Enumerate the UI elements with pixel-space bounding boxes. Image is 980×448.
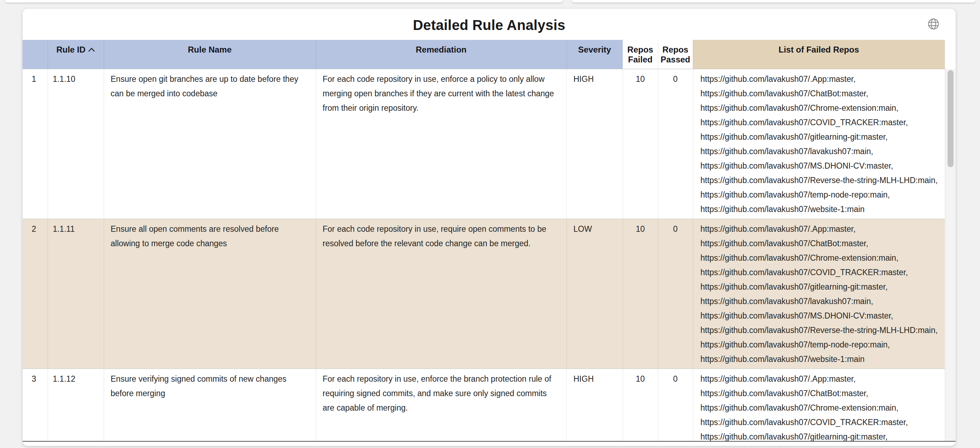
column-header-repos-failed[interactable]: Repos Failed [623, 40, 658, 69]
cell-rule-id: 1.1.11 [48, 219, 104, 369]
globe-icon[interactable] [927, 17, 940, 31]
cell-remediation: For each code repository in use, enforce… [316, 69, 566, 219]
cell-severity: HIGH [566, 369, 623, 442]
cell-row-number: 2 [22, 219, 48, 369]
rule-analysis-table: Rule ID Rule Name Remediation Severity R… [22, 40, 945, 442]
column-header-rule-id-label: Rule ID [56, 45, 86, 54]
column-header-rule-name[interactable]: Rule Name [104, 40, 316, 69]
cell-rule-name: Ensure all open comments are resolved be… [104, 219, 316, 369]
cell-repos-passed: 0 [658, 219, 693, 369]
table-scrollbar-thumb[interactable] [948, 70, 953, 167]
background-card-top-left [5, 0, 563, 2]
table-header-row: Rule ID Rule Name Remediation Severity R… [22, 40, 945, 69]
column-header-remediation[interactable]: Remediation [316, 40, 566, 69]
cell-repos-passed: 0 [658, 69, 693, 219]
cell-rule-id: 1.1.10 [48, 69, 104, 219]
rule-analysis-table-container: Rule ID Rule Name Remediation Severity R… [22, 40, 956, 442]
cell-repos-failed: 10 [623, 219, 658, 369]
cell-row-number: 3 [22, 369, 48, 442]
table-scrollbar[interactable] [945, 69, 956, 441]
cell-failed-repos-list: https://github.com/lavakush07/.App:maste… [693, 369, 945, 442]
detailed-rule-analysis-card: Detailed Rule Analysis [22, 9, 956, 446]
column-header-severity[interactable]: Severity [566, 40, 623, 69]
cell-severity: LOW [566, 219, 623, 369]
cell-repos-failed: 10 [623, 69, 658, 219]
cell-repos-passed: 0 [658, 369, 693, 442]
cell-failed-repos-list: https://github.com/lavakush07/.App:maste… [693, 69, 945, 219]
cell-rule-name: Ensure verifying signed commits of new c… [104, 369, 316, 442]
column-header-repos-passed[interactable]: Repos Passed [658, 40, 693, 69]
table-row: 3 1.1.12 Ensure verifying signed commits… [22, 369, 945, 442]
column-header-rule-id[interactable]: Rule ID [48, 40, 104, 69]
card-header: Detailed Rule Analysis [22, 9, 956, 40]
cell-failed-repos-list: https://github.com/lavakush07/.App:maste… [693, 219, 945, 369]
table-row: 1 1.1.10 Ensure open git branches are up… [22, 69, 945, 219]
cell-remediation: For each repository in use, enforce the … [316, 369, 566, 442]
cell-repos-failed: 10 [623, 369, 658, 442]
cell-remediation: For each code repository in use, require… [316, 219, 566, 369]
sort-ascending-icon [88, 47, 95, 52]
background-card-top-right [572, 0, 975, 2]
cell-rule-id: 1.1.12 [48, 369, 104, 442]
cell-rule-name: Ensure open git branches are up to date … [104, 69, 316, 219]
column-header-index[interactable] [22, 40, 48, 69]
cell-severity: HIGH [566, 69, 623, 219]
table-row: 2 1.1.11 Ensure all open comments are re… [22, 219, 945, 369]
page-title: Detailed Rule Analysis [22, 9, 956, 41]
cell-row-number: 1 [22, 69, 48, 219]
column-header-failed-repos-list[interactable]: List of Failed Repos [693, 40, 945, 69]
